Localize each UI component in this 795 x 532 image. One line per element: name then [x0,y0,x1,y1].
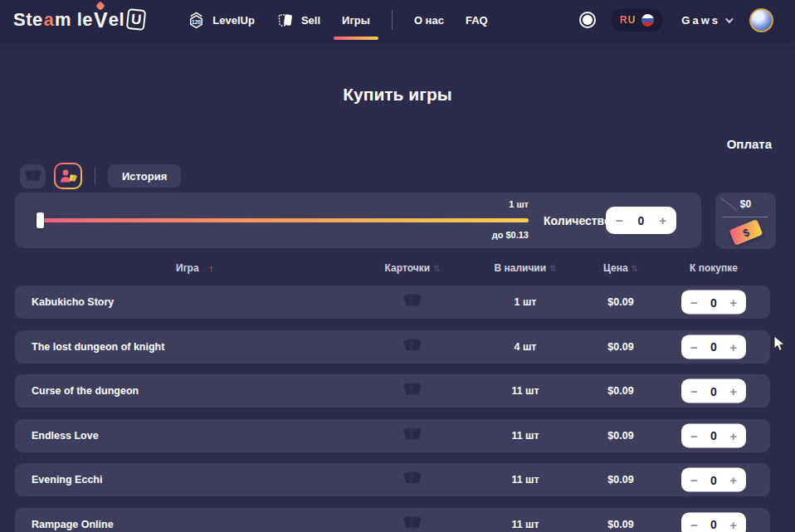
table-row: Endless Love 11 шт $0.09 − 0 + [15,419,770,452]
column-header-stock[interactable]: В наличии⇅ [494,262,556,274]
cards-fan-icon [402,291,423,313]
plus-button[interactable]: + [729,429,737,442]
game-name: Evening Ecchi [32,474,102,486]
price: $0.09 [607,474,633,486]
sort-up-icon: ↑ [209,263,214,273]
table-row: Kabukicho Story 1 шт $0.09 − 0 + [15,286,770,319]
payment-heading: Оплата [727,137,772,151]
row-quantity-stepper: − 0 + [681,334,746,359]
game-name: Endless Love [32,430,99,442]
row-quantity-stepper: − 0 + [681,423,746,447]
logo-text: Ste [13,9,43,31]
nav-item-faq[interactable]: FAQ [466,0,488,40]
table-row: Rampage Online 11 шт $0.09 − 0 + [15,508,770,532]
price: $0.09 [607,385,633,397]
quantity-value[interactable]: 0 [710,429,717,442]
minus-button[interactable]: − [616,214,623,227]
payment-divider [723,217,768,217]
slider-track[interactable] [40,218,529,222]
cards-fan-icon [23,168,43,184]
table-row: Curse of the dungeon 11 шт $0.09 − 0 + [15,374,770,408]
quantity-value[interactable]: 0 [710,473,717,486]
price: $0.09 [607,296,633,308]
plus-button[interactable]: + [729,385,737,398]
svg-text:120: 120 [192,18,201,24]
sort-icon: ⇅ [433,264,440,273]
minus-button[interactable]: − [690,474,698,486]
column-header-buy: К покупке [690,262,738,274]
row-quantity-stepper: − 0 + [681,468,746,492]
nav-label: О нас [414,14,444,27]
payment-amount: $0 [715,198,776,210]
nav-item-levelup[interactable]: 120 LevelUp [187,0,255,40]
table-header: Игра↓↑ Карточки⇅ В наличии⇅ Цена⇅ К поку… [0,260,795,280]
navbar-right: RU Gaws [583,8,773,32]
nav-item-sell[interactable]: Sell [276,0,320,40]
plus-button[interactable]: + [729,518,737,530]
plus-button[interactable]: + [659,214,666,227]
minus-button[interactable]: − [690,518,698,530]
sort-down-icon: ↓ [202,264,207,273]
column-header-price[interactable]: Цена⇅ [603,262,638,274]
column-header-game[interactable]: Игра↓↑ [176,262,213,274]
nav-label: Игры [342,14,370,27]
column-header-cards[interactable]: Карточки⇅ [385,262,441,274]
cards-fan-icon [402,514,423,532]
theme-toggle-icon[interactable] [583,15,593,25]
mouse-cursor [773,335,786,353]
banknote-icon: $ [729,219,763,246]
plus-button[interactable]: + [729,474,737,486]
quantity-label: Количество: [544,193,615,248]
stock-count: 11 шт [511,385,539,397]
minus-button[interactable]: − [690,385,698,398]
quantity-value[interactable]: 0 [710,384,717,398]
nav-item-about[interactable]: О нас [414,0,444,40]
nav-label: FAQ [466,14,488,27]
quantity-stepper: − 0 + [606,207,676,234]
quantity-slider-panel: 1 шт до $0.13 Количество: − 0 + [15,193,701,248]
slider-handle[interactable] [37,212,44,228]
quantity-value[interactable]: 0 [710,518,717,531]
minus-button[interactable]: − [690,340,698,353]
payment-panel[interactable]: $0 $ [715,193,776,249]
quantity-value[interactable]: 0 [710,340,717,354]
minus-button[interactable]: − [690,296,698,309]
table-row: The lost dungeon of knight 4 шт $0.09 − … [15,330,770,364]
main-nav: 120 LevelUp Sell Игры О нас FAQ [187,0,487,40]
game-name: Kabukicho Story [32,296,114,308]
sort-icon: ⇅ [632,264,638,273]
plus-button[interactable]: + [729,340,737,353]
quantity-value[interactable]: 0 [638,214,645,227]
stock-count: 11 шт [511,430,539,442]
history-button[interactable]: История [108,164,181,188]
minus-button[interactable]: − [690,429,698,442]
controls-divider [95,168,95,184]
slider-limit-label: до $0.13 [467,230,529,240]
nav-label: LevelUp [212,14,255,27]
dollar-icon: $ [740,226,750,240]
buyers-view-toggle[interactable] [54,163,82,189]
logo-letter-u: U [126,8,147,31]
page-title: Купить игры [0,85,795,105]
user-menu[interactable]: Gaws [681,14,731,27]
app: Steam leVelU 120 LevelUp Sell Игры [0,0,795,532]
avatar[interactable] [749,8,773,32]
nav-label: Sell [301,14,320,27]
chevron-down-icon [725,15,734,23]
language-code: RU [620,14,636,26]
stock-count: 11 шт [511,474,539,486]
nav-item-games[interactable]: Игры [342,0,370,40]
sell-cards-icon [276,11,295,29]
slider-max-label: 1 шт [476,199,529,209]
stock-count: 1 шт [515,296,537,308]
russia-flag-icon [641,14,654,27]
price: $0.09 [607,519,633,530]
brand-logo[interactable]: Steam leVelU [13,8,145,32]
quantity-value[interactable]: 0 [710,295,717,309]
table-row: Evening Ecchi 11 шт $0.09 − 0 + [15,463,770,496]
plus-button[interactable]: + [729,296,737,309]
sort-icon: ⇅ [549,264,556,273]
language-switcher[interactable]: RU [611,9,663,32]
cards-view-toggle[interactable] [20,164,46,188]
logo-letter-a: a [43,9,55,31]
